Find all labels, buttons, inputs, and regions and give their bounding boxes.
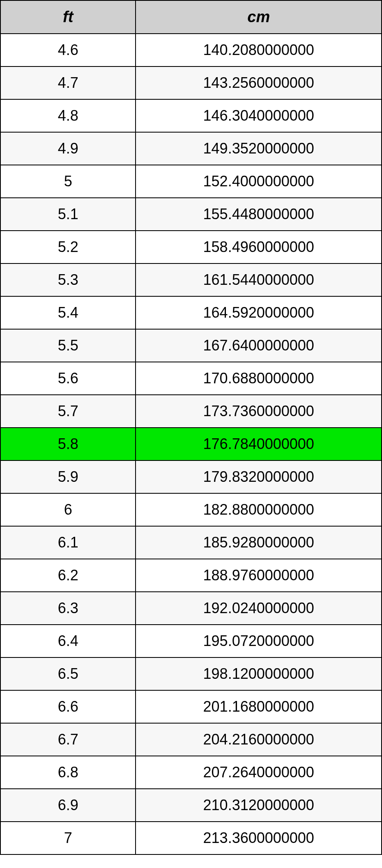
- table-row: 6.9210.3120000000: [0, 789, 382, 822]
- cell-ft: 6.4: [0, 625, 136, 657]
- cell-ft: 6.8: [0, 756, 136, 789]
- cell-cm: 188.9760000000: [136, 559, 382, 592]
- cell-cm: 195.0720000000: [136, 625, 382, 657]
- table-row: 6.1185.9280000000: [0, 526, 382, 559]
- cell-cm: 185.9280000000: [136, 526, 382, 559]
- table-row: 5.3161.5440000000: [0, 263, 382, 296]
- header-cm: cm: [136, 0, 382, 34]
- cell-cm: 207.2640000000: [136, 756, 382, 789]
- table-row: 7213.3600000000: [0, 822, 382, 854]
- table-row: 4.6140.2080000000: [0, 34, 382, 66]
- table-row: 6.8207.2640000000: [0, 756, 382, 789]
- cell-cm: 149.3520000000: [136, 132, 382, 165]
- table-header-row: ft cm: [0, 0, 382, 34]
- cell-cm: 158.4960000000: [136, 231, 382, 263]
- cell-ft: 6.5: [0, 657, 136, 690]
- cell-ft: 6.1: [0, 526, 136, 559]
- cell-ft: 5.9: [0, 460, 136, 493]
- table-row: 5.1155.4480000000: [0, 198, 382, 231]
- table-row: 5.8176.7840000000: [0, 428, 382, 460]
- cell-cm: 170.6880000000: [136, 362, 382, 395]
- cell-ft: 5: [0, 165, 136, 198]
- table-row: 4.8146.3040000000: [0, 99, 382, 132]
- cell-cm: 176.7840000000: [136, 428, 382, 460]
- table-row: 6182.8800000000: [0, 493, 382, 526]
- cell-ft: 6.7: [0, 723, 136, 756]
- cell-cm: 201.1680000000: [136, 690, 382, 723]
- cell-cm: 213.3600000000: [136, 822, 382, 854]
- cell-ft: 5.4: [0, 296, 136, 329]
- table-row: 5.2158.4960000000: [0, 231, 382, 263]
- cell-cm: 143.2560000000: [136, 66, 382, 99]
- cell-ft: 6.9: [0, 789, 136, 822]
- cell-cm: 167.6400000000: [136, 329, 382, 362]
- cell-cm: 179.8320000000: [136, 460, 382, 493]
- table-row: 6.5198.1200000000: [0, 657, 382, 690]
- table-row: 5152.4000000000: [0, 165, 382, 198]
- cell-cm: 164.5920000000: [136, 296, 382, 329]
- header-ft: ft: [0, 0, 136, 34]
- cell-ft: 5.5: [0, 329, 136, 362]
- cell-ft: 4.8: [0, 99, 136, 132]
- table-row: 5.9179.8320000000: [0, 460, 382, 493]
- cell-ft: 7: [0, 822, 136, 854]
- cell-ft: 4.6: [0, 34, 136, 66]
- cell-cm: 210.3120000000: [136, 789, 382, 822]
- cell-ft: 5.8: [0, 428, 136, 460]
- cell-ft: 5.7: [0, 395, 136, 428]
- cell-ft: 5.3: [0, 263, 136, 296]
- cell-cm: 146.3040000000: [136, 99, 382, 132]
- table-row: 6.4195.0720000000: [0, 625, 382, 657]
- cell-cm: 182.8800000000: [136, 493, 382, 526]
- cell-ft: 4.7: [0, 66, 136, 99]
- cell-ft: 6.2: [0, 559, 136, 592]
- cell-cm: 204.2160000000: [136, 723, 382, 756]
- cell-cm: 173.7360000000: [136, 395, 382, 428]
- table-row: 5.5167.6400000000: [0, 329, 382, 362]
- table-row: 4.9149.3520000000: [0, 132, 382, 165]
- cell-ft: 5.2: [0, 231, 136, 263]
- table-row: 5.7173.7360000000: [0, 395, 382, 428]
- cell-ft: 4.9: [0, 132, 136, 165]
- conversion-table: ft cm 4.6140.20800000004.7143.2560000000…: [0, 0, 382, 855]
- table-row: 6.6201.1680000000: [0, 690, 382, 723]
- cell-ft: 6: [0, 493, 136, 526]
- table-row: 6.7204.2160000000: [0, 723, 382, 756]
- table-row: 6.3192.0240000000: [0, 592, 382, 625]
- table-row: 5.4164.5920000000: [0, 296, 382, 329]
- cell-ft: 5.1: [0, 198, 136, 231]
- cell-cm: 140.2080000000: [136, 34, 382, 66]
- table-row: 6.2188.9760000000: [0, 559, 382, 592]
- table-row: 4.7143.2560000000: [0, 66, 382, 99]
- cell-cm: 155.4480000000: [136, 198, 382, 231]
- cell-cm: 161.5440000000: [136, 263, 382, 296]
- cell-cm: 192.0240000000: [136, 592, 382, 625]
- cell-ft: 6.6: [0, 690, 136, 723]
- table-row: 5.6170.6880000000: [0, 362, 382, 395]
- cell-ft: 5.6: [0, 362, 136, 395]
- cell-ft: 6.3: [0, 592, 136, 625]
- cell-cm: 198.1200000000: [136, 657, 382, 690]
- cell-cm: 152.4000000000: [136, 165, 382, 198]
